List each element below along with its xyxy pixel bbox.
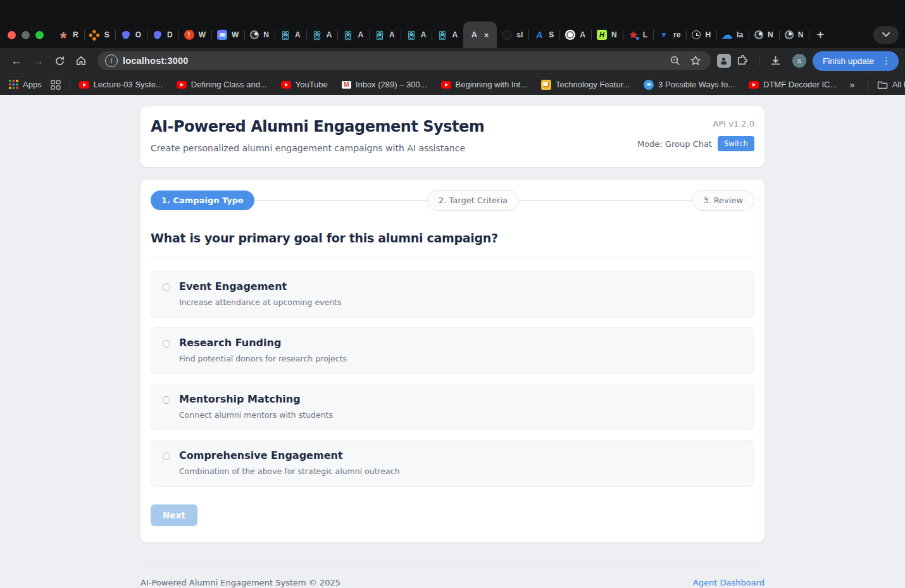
goal-option-card[interactable]: Mentorship Matching Connect alumni mento… xyxy=(151,384,754,430)
reload-button[interactable] xyxy=(49,51,70,71)
bookmark-item[interactable]: 3 Possible Ways fo... xyxy=(644,80,735,90)
goal-option-card[interactable]: Research Funding Find potential donors f… xyxy=(151,327,754,374)
browser-menu-icon[interactable]: ⋮ xyxy=(879,55,894,66)
page-subtitle: Create personalized alumni engagement ca… xyxy=(151,143,484,153)
bookmarks-bar: Apps Lecture-03 Syste... Defining Class … xyxy=(0,73,905,95)
question-heading: What is your primary goal for this alumn… xyxy=(151,231,754,245)
address-bar[interactable]: i localhost:3000 xyxy=(97,51,711,70)
tab-label: A xyxy=(580,30,585,39)
browser-tab[interactable]: S × xyxy=(84,22,115,48)
profile-avatar[interactable]: s xyxy=(792,54,806,68)
tab-favicon-icon xyxy=(437,30,447,40)
radio-button-icon[interactable] xyxy=(163,284,170,291)
bookmark-label: Lecture-03 Syste... xyxy=(94,80,163,89)
site-info-icon[interactable]: i xyxy=(105,54,118,67)
tab-label: A xyxy=(295,30,301,39)
downloads-button[interactable] xyxy=(766,51,786,71)
browser-tab[interactable]: N × xyxy=(591,22,623,48)
browser-tab[interactable]: A × xyxy=(369,22,401,48)
tab-favicon-icon xyxy=(280,30,290,40)
browser-tab[interactable]: H × xyxy=(686,22,716,48)
browser-tab[interactable]: A × xyxy=(432,22,463,48)
bookmark-item[interactable]: DTMF Decoder IC... xyxy=(749,80,837,89)
browser-tab[interactable]: N × xyxy=(244,22,275,48)
tab-favicon-icon xyxy=(406,30,416,40)
browser-tab[interactable]: re × xyxy=(653,22,686,48)
finish-update-label: Finish update xyxy=(823,56,874,66)
browser-tab[interactable]: A × xyxy=(306,22,338,48)
chevron-down-icon xyxy=(882,32,890,37)
browser-tab[interactable]: A × xyxy=(463,22,497,48)
switch-mode-button[interactable]: Switch xyxy=(718,136,754,151)
browser-tab[interactable]: A × xyxy=(337,22,369,48)
bookmark-list: Lecture-03 Syste... Defining Class and..… xyxy=(79,80,837,90)
close-window-button[interactable] xyxy=(8,31,16,39)
bookmark-label: YouTube xyxy=(296,80,328,89)
browser-tab[interactable]: O × xyxy=(115,22,147,48)
browser-toolbar: ← → i localhost:3000 s Finish upd xyxy=(0,48,905,73)
web-page: AI-Powered Alumni Engagement System Crea… xyxy=(0,95,905,588)
browser-tab[interactable]: L × xyxy=(623,22,653,48)
browser-tab[interactable]: N × xyxy=(749,22,779,48)
tab-search-button[interactable] xyxy=(873,26,899,44)
browser-tab[interactable]: N × xyxy=(779,22,809,48)
tab-label: A xyxy=(452,30,458,39)
browser-tab[interactable]: W × xyxy=(211,22,244,48)
stepper-step[interactable]: 2. Target Criteria xyxy=(427,190,519,211)
browser-tab[interactable]: la × xyxy=(716,22,749,48)
tab-label: W xyxy=(232,30,239,39)
finish-update-button[interactable]: Finish update ⋮ xyxy=(813,51,899,71)
goal-options-list: Event Engagement Increase attendance at … xyxy=(151,271,754,487)
agent-dashboard-link[interactable]: Agent Dashboard xyxy=(693,578,765,587)
bookmarks-overflow-button[interactable]: » xyxy=(846,79,858,90)
goal-option-card[interactable]: Comprehensive Engagement Combination of … xyxy=(151,440,754,487)
browser-tab[interactable]: A × xyxy=(559,22,591,48)
home-button[interactable] xyxy=(71,51,91,71)
browser-tab[interactable]: A × xyxy=(275,22,306,48)
forward-button[interactable]: → xyxy=(28,51,48,71)
maximize-window-button[interactable] xyxy=(35,31,44,39)
radio-button-icon[interactable] xyxy=(163,453,170,460)
goal-option-card[interactable]: Event Engagement Increase attendance at … xyxy=(151,271,754,318)
all-bookmarks-button[interactable]: All Bookmarks xyxy=(877,80,905,89)
browser-tab[interactable]: W × xyxy=(178,22,211,48)
next-button[interactable]: Next xyxy=(151,504,197,526)
bookmark-item[interactable]: Lecture-03 Syste... xyxy=(79,80,163,89)
tab-favicon-icon xyxy=(250,30,259,39)
stepper-step[interactable]: 3. Review xyxy=(692,190,754,211)
tab-close-icon[interactable]: × xyxy=(484,30,489,40)
stepper-step[interactable]: 1. Campaign Type xyxy=(151,191,254,210)
bookmark-label: DTMF Decoder IC... xyxy=(763,80,837,89)
extensions-button[interactable] xyxy=(732,51,752,71)
page-footer: AI-Powered Alumni Engagement System © 20… xyxy=(140,563,765,587)
bookmark-item[interactable]: YouTube xyxy=(281,80,328,89)
radio-button-icon[interactable] xyxy=(163,396,170,404)
browser-tab[interactable]: S × xyxy=(528,22,559,48)
page-title: AI-Powered Alumni Engagement System xyxy=(151,118,484,135)
browser-tab[interactable]: A × xyxy=(401,22,432,48)
browser-tab[interactable]: R × xyxy=(53,22,84,48)
minimize-window-button[interactable] xyxy=(22,31,30,39)
radio-button-icon[interactable] xyxy=(163,340,170,347)
tab-label: N xyxy=(263,30,269,39)
bookmark-star-button[interactable] xyxy=(688,55,703,66)
bookmark-item[interactable]: Inbox (289) – 300... xyxy=(342,80,427,89)
window-controls xyxy=(6,22,53,48)
page-header-card: AI-Powered Alumni Engagement System Crea… xyxy=(140,106,765,167)
browser-tab[interactable]: sl × xyxy=(497,22,528,48)
bookmark-item[interactable]: Defining Class and... xyxy=(177,80,267,89)
option-title: Comprehensive Engagement xyxy=(179,449,400,461)
apps-shortcut[interactable]: Apps xyxy=(9,80,42,89)
tab-groups-button[interactable] xyxy=(51,80,61,90)
browser-tab[interactable]: D × xyxy=(147,22,178,48)
tab-list: R × S × O × D × W × xyxy=(53,22,809,48)
zoom-icon[interactable] xyxy=(668,55,683,66)
bookmark-item[interactable]: Technology Featur... xyxy=(541,80,630,90)
tab-favicon-icon xyxy=(722,30,732,40)
bookmark-item[interactable]: Beginning with Int... xyxy=(441,80,527,89)
url-text[interactable]: localhost:3000 xyxy=(123,56,663,66)
pinned-extension-icon[interactable] xyxy=(717,54,731,68)
option-title: Mentorship Matching xyxy=(179,393,333,405)
new-tab-button[interactable]: + xyxy=(809,22,832,48)
back-button[interactable]: ← xyxy=(6,51,27,71)
